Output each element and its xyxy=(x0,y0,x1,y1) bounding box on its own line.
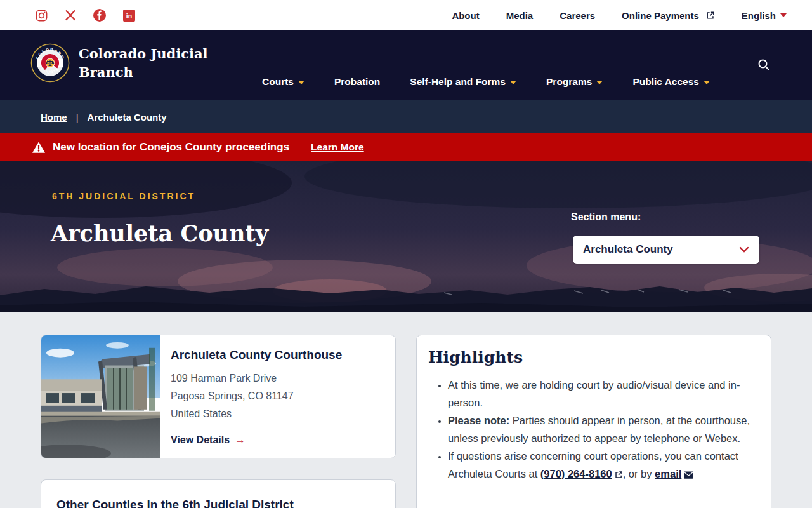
top-link-media[interactable]: Media xyxy=(506,10,534,21)
highlight-item: At this time, we are holding court by au… xyxy=(448,376,756,411)
external-link-icon xyxy=(706,11,715,20)
chevron-down-icon xyxy=(510,81,516,84)
email-link[interactable]: email xyxy=(655,468,681,479)
linkedin-icon[interactable]: in xyxy=(123,10,135,22)
view-details-link[interactable]: View Details → xyxy=(171,434,342,446)
breadcrumb-home-link[interactable]: Home xyxy=(41,112,67,123)
highlight-item: Please note: Parties should appear in pe… xyxy=(448,411,756,447)
site-title: Colorado Judicial Branch xyxy=(79,44,208,81)
top-link-about[interactable]: About xyxy=(452,10,479,21)
chevron-down-icon xyxy=(298,81,304,84)
courthouse-photo xyxy=(41,335,160,458)
alert-learn-more-link[interactable]: Learn More xyxy=(311,142,364,153)
nav-item-self-help[interactable]: Self-Help and Forms xyxy=(410,76,516,88)
highlights-card: Highlights At this time, we are holding … xyxy=(416,335,771,508)
other-counties-title: Other Counties in the 6th Judicial Distr… xyxy=(56,498,380,508)
brand[interactable]: COLORADO COURTS Colorado Judicial Branch xyxy=(30,43,208,83)
language-label: English xyxy=(742,10,776,21)
section-menu-dropdown[interactable]: Archuleta County xyxy=(573,236,759,264)
page-title: Archuleta County xyxy=(51,220,268,246)
nav-item-programs[interactable]: Programs xyxy=(546,76,603,88)
online-payments-link[interactable]: Online Payments xyxy=(622,10,715,21)
envelope-icon xyxy=(684,471,693,479)
highlights-title: Highlights xyxy=(428,348,756,366)
alert-banner: New location for Conejos County proceedi… xyxy=(0,133,812,161)
alert-message: New location for Conejos County proceedi… xyxy=(53,141,289,154)
address-line: United States xyxy=(171,405,342,423)
nav-item-public-access[interactable]: Public Access xyxy=(632,76,710,88)
main-content: Archuleta County Courthouse 109 Harman P… xyxy=(0,312,812,508)
chevron-down-icon xyxy=(780,13,787,17)
top-utility-bar: in About Media Careers Online Payments E… xyxy=(0,0,812,30)
warning-icon xyxy=(32,141,46,154)
svg-text:in: in xyxy=(126,12,132,20)
courthouse-address: 109 Harman Park Drive Pagosa Springs, CO… xyxy=(171,370,342,423)
nav-item-probation[interactable]: Probation xyxy=(334,76,380,88)
courthouse-title: Archuleta County Courthouse xyxy=(171,348,342,362)
language-selector[interactable]: English xyxy=(742,10,787,21)
highlights-list: At this time, we are holding court by au… xyxy=(428,376,756,483)
section-menu-label: Section menu: xyxy=(571,211,641,223)
phone-link[interactable]: (970) 264-8160 xyxy=(540,468,612,479)
nav-item-courts[interactable]: Courts xyxy=(262,76,304,88)
top-link-careers[interactable]: Careers xyxy=(560,10,595,21)
other-counties-card: Other Counties in the 6th Judicial Distr… xyxy=(41,479,396,508)
facebook-icon[interactable] xyxy=(93,9,106,22)
main-navigation: COLORADO COURTS Colorado Judicial Branch… xyxy=(0,30,812,100)
chevron-down-icon xyxy=(596,81,603,84)
courthouse-card-body: Archuleta County Courthouse 109 Harman P… xyxy=(160,335,353,458)
address-line: 109 Harman Park Drive xyxy=(171,370,342,387)
online-payments-label: Online Payments xyxy=(622,10,699,21)
instagram-icon[interactable] xyxy=(36,10,48,22)
chevron-down-icon xyxy=(704,81,710,84)
breadcrumb-separator: | xyxy=(76,112,79,123)
external-link-icon xyxy=(615,471,623,479)
district-eyebrow: 6TH JUDICIAL DISTRICT xyxy=(52,191,195,201)
x-twitter-icon[interactable] xyxy=(65,10,76,21)
breadcrumb: Home | Archuleta County xyxy=(0,100,812,133)
breadcrumb-current: Archuleta County xyxy=(88,112,167,123)
top-links: About Media Careers Online Payments Engl… xyxy=(452,10,787,21)
courthouse-card: Archuleta County Courthouse 109 Harman P… xyxy=(41,335,396,458)
hero-banner: 6TH JUDICIAL DISTRICT Archuleta County S… xyxy=(0,161,812,312)
arrow-right-icon: → xyxy=(235,434,246,446)
section-menu-value: Archuleta County xyxy=(583,243,673,256)
address-line: Pagosa Springs, CO 81147 xyxy=(171,387,342,405)
social-links: in xyxy=(36,9,135,22)
search-icon[interactable] xyxy=(757,58,770,74)
colorado-courts-seal-logo: COLORADO COURTS xyxy=(30,43,70,83)
chevron-down-icon xyxy=(739,246,749,253)
highlight-item: If questions arise concerning court oper… xyxy=(448,447,756,483)
